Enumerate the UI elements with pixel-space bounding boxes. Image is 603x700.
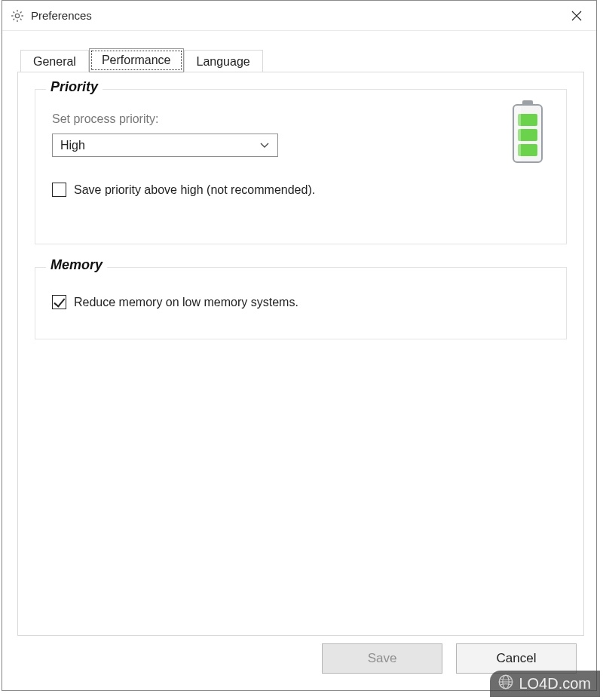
titlebar: Preferences [2, 1, 596, 31]
checkbox-reduce-memory-label: Reduce memory on low memory systems. [74, 296, 298, 309]
battery-icon [510, 100, 545, 168]
tabs: General Performance Language [20, 48, 581, 72]
tab-performance-label: Performance [102, 54, 171, 67]
priority-label: Set process priority: [52, 112, 549, 126]
tab-language[interactable]: Language [184, 50, 263, 72]
save-button[interactable]: Save [322, 643, 442, 674]
globe-icon [497, 674, 514, 694]
group-priority: Priority Set process priority: High Save… [35, 89, 567, 244]
watermark: LO4D.com [490, 671, 600, 697]
priority-select[interactable]: High [52, 134, 278, 157]
tab-panel-performance: Priority Set process priority: High Save… [17, 72, 584, 636]
checkbox-save-above-high[interactable] [52, 183, 66, 197]
memory-reduce-row[interactable]: Reduce memory on low memory systems. [52, 295, 549, 309]
close-button[interactable] [557, 2, 596, 30]
cancel-button[interactable]: Cancel [456, 643, 577, 674]
checkbox-reduce-memory[interactable] [52, 295, 66, 309]
priority-save-above-high-row[interactable]: Save priority above high (not recommende… [52, 183, 549, 197]
watermark-text: LO4D.com [519, 675, 591, 692]
svg-rect-8 [515, 106, 521, 161]
svg-point-0 [15, 14, 19, 17]
checkbox-save-above-high-label: Save priority above high (not recommende… [74, 183, 315, 197]
window-title: Preferences [31, 9, 92, 22]
group-memory: Memory Reduce memory on low memory syste… [35, 267, 567, 339]
tab-language-label: Language [197, 55, 250, 69]
client-area: General Performance Language Priority Se… [2, 31, 596, 690]
save-button-label: Save [368, 651, 397, 666]
tab-performance[interactable]: Performance [89, 48, 184, 72]
dialog-buttons: Save Cancel [322, 643, 577, 674]
group-memory-title: Memory [46, 257, 107, 273]
priority-select-value: High [60, 139, 85, 152]
tab-general-label: General [33, 55, 76, 69]
tab-general[interactable]: General [20, 50, 89, 72]
preferences-window: Preferences General Performance Language… [2, 0, 597, 691]
gear-icon [10, 8, 25, 23]
group-priority-title: Priority [46, 79, 103, 95]
close-icon [571, 11, 582, 21]
chevron-down-icon [259, 139, 270, 152]
cancel-button-label: Cancel [497, 651, 537, 666]
